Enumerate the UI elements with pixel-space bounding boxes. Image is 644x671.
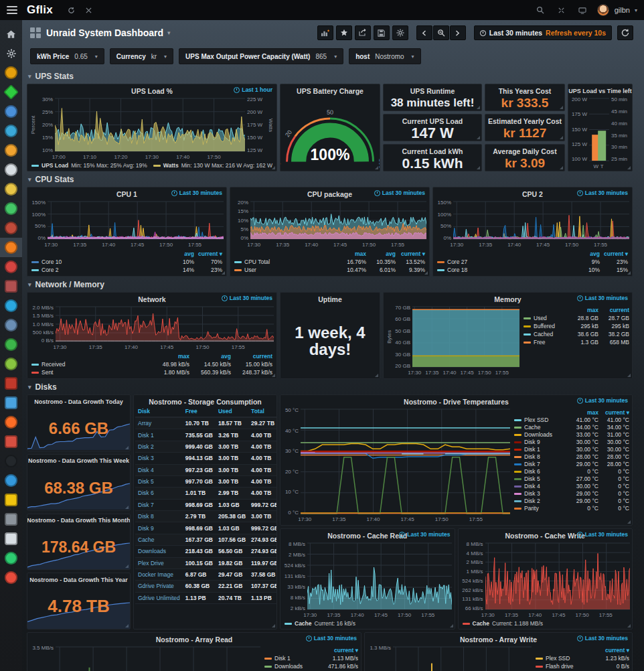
time-range-label[interactable]: Last 30 minutes bbox=[577, 531, 628, 538]
time-back-button[interactable] bbox=[416, 25, 432, 40]
legend-item[interactable]: Downloads bbox=[514, 431, 568, 439]
legend-sort-header[interactable]: current ▾ bbox=[396, 250, 425, 258]
time-range-label[interactable]: Last 30 minutes bbox=[577, 190, 628, 196]
time-range-label[interactable]: Last 1 hour bbox=[234, 86, 272, 93]
section-network-memory[interactable]: ▾Network / Memory bbox=[27, 277, 633, 292]
panel-title[interactable]: UPS Battery Charge bbox=[297, 87, 364, 95]
legend-sort-header[interactable]: max bbox=[337, 250, 366, 258]
app-sab[interactable] bbox=[0, 490, 22, 510]
app-green-circle[interactable] bbox=[0, 548, 22, 568]
time-picker-button[interactable]: Last 30 minutes Refresh every 10s bbox=[474, 25, 612, 40]
variable-kwh-price[interactable]: kWh Price0.65▾ bbox=[30, 48, 104, 64]
variable-value[interactable]: 0.65 bbox=[74, 53, 87, 60]
legend-item[interactable]: Disk 8 bbox=[514, 453, 568, 461]
section-ups-stats[interactable]: ▾UPS Stats bbox=[27, 68, 633, 84]
star-button[interactable] bbox=[336, 25, 352, 40]
legend-item[interactable]: Cached bbox=[524, 330, 568, 338]
share-button[interactable] bbox=[355, 25, 371, 40]
legend-item[interactable]: Core 27 bbox=[437, 258, 572, 266]
panel-title[interactable]: This Years Cost bbox=[499, 87, 552, 95]
zoom-out-button[interactable] bbox=[433, 25, 449, 40]
legend-sort-header[interactable]: avg bbox=[572, 250, 600, 258]
app-blue-infinity[interactable] bbox=[0, 296, 22, 315]
legend-sort-header[interactable]: max bbox=[568, 408, 598, 417]
app-orange-gear[interactable] bbox=[0, 238, 22, 257]
section-cpu-stats[interactable]: ▾CPU Stats bbox=[27, 171, 633, 187]
time-range-label[interactable]: Last 30 minutes bbox=[306, 635, 357, 642]
panel-title[interactable]: Memory bbox=[494, 295, 521, 303]
legend-item[interactable]: Disk 9 bbox=[514, 439, 568, 446]
user-menu[interactable]: gilbn bbox=[615, 6, 630, 14]
legend-item[interactable]: Disk 7 bbox=[514, 461, 568, 468]
user-avatar[interactable] bbox=[597, 4, 609, 16]
variable-currency[interactable]: Currencykr▾ bbox=[110, 48, 173, 64]
sidebar-settings[interactable] bbox=[0, 44, 22, 63]
variable-ups-max-output[interactable]: UPS Max Output Power Capacity (Watt)865▾ bbox=[179, 48, 343, 64]
legend-item[interactable]: Parity bbox=[514, 505, 568, 512]
column-header[interactable]: Disk bbox=[135, 406, 183, 417]
panel-title[interactable]: Current Load kWh bbox=[402, 147, 463, 155]
tv-view-icon[interactable] bbox=[578, 7, 586, 14]
legend-item[interactable]: Free bbox=[524, 338, 568, 346]
legend-item[interactable]: WattsMin: 130 W Max: 216 W Avg: 162 W bbox=[153, 162, 272, 169]
app-orange-search[interactable] bbox=[0, 141, 22, 160]
app-green-ring[interactable] bbox=[0, 199, 22, 218]
app-gitlab[interactable] bbox=[0, 413, 22, 432]
app-lazy[interactable] bbox=[0, 451, 22, 471]
legend-sort-header[interactable]: current ▾ bbox=[600, 250, 628, 258]
time-range-label[interactable]: Last 30 minutes bbox=[577, 295, 628, 301]
app-water-drop[interactable] bbox=[0, 471, 22, 490]
legend-item[interactable]: CacheCurrent: 1.188 MB/s bbox=[463, 620, 544, 627]
legend-item[interactable]: Flash drive bbox=[536, 662, 592, 670]
app-red-box[interactable] bbox=[0, 277, 22, 296]
add-panel-button[interactable] bbox=[317, 25, 333, 40]
app-blue-home-box[interactable] bbox=[0, 393, 22, 413]
legend-sort-header[interactable]: current ▾ bbox=[317, 646, 358, 654]
sidebar-home[interactable] bbox=[0, 24, 22, 44]
app-white-x[interactable] bbox=[0, 160, 22, 179]
panel-title[interactable]: CPU 1 bbox=[116, 190, 137, 198]
time-range-label[interactable]: Last 30 minutes bbox=[577, 635, 628, 642]
refresh-small-icon[interactable] bbox=[68, 7, 75, 14]
variable-host[interactable]: hostNostromo▾ bbox=[349, 48, 420, 64]
panel-title[interactable]: Network bbox=[138, 295, 165, 303]
legend-sort-header[interactable]: avg bbox=[189, 352, 231, 360]
legend-item[interactable]: Used bbox=[524, 314, 568, 322]
variable-value[interactable]: 865 bbox=[315, 53, 327, 60]
legend-item[interactable]: Disk 1 bbox=[264, 654, 317, 662]
panel-title[interactable]: Nostromo - Data Growth Today bbox=[34, 398, 123, 405]
app-plex[interactable] bbox=[0, 63, 22, 82]
legend-item[interactable]: Sent bbox=[31, 368, 148, 376]
panel-title[interactable]: Nostromo - Array Write bbox=[460, 636, 537, 644]
app-red-circle[interactable] bbox=[0, 568, 22, 587]
panel-title[interactable]: Nostromo - Cache Read bbox=[327, 532, 407, 540]
legend-item[interactable]: Cache bbox=[514, 424, 568, 431]
panel-title[interactable]: Nostromo - Data Growth This Week bbox=[28, 457, 129, 464]
panel-title[interactable]: UPS Runtime bbox=[410, 87, 455, 95]
legend-sort-header[interactable]: max bbox=[568, 306, 598, 314]
legend-item[interactable]: Disk 1 bbox=[514, 446, 568, 453]
app-green-u[interactable] bbox=[0, 335, 22, 354]
variable-value[interactable]: kr bbox=[151, 53, 157, 60]
panel-title[interactable]: Uptime bbox=[318, 295, 342, 303]
legend-item[interactable]: Disk 4 bbox=[514, 483, 568, 490]
app-jacket[interactable] bbox=[0, 510, 22, 529]
legend-item[interactable]: Disk 2 bbox=[514, 498, 568, 505]
time-range-label[interactable]: Last 30 minutes bbox=[222, 295, 272, 301]
close-icon[interactable] bbox=[86, 7, 92, 13]
legend-sort-header[interactable]: max bbox=[148, 352, 189, 360]
app-yellow-circle[interactable] bbox=[0, 179, 22, 199]
panel-title[interactable]: Nostromo - Data Growth This Month bbox=[27, 517, 131, 524]
panel-title[interactable]: Nostromo - Cache Write bbox=[505, 532, 585, 540]
app-red-x[interactable] bbox=[0, 218, 22, 238]
app-blue-blob[interactable] bbox=[0, 121, 22, 141]
app-brand[interactable]: Gflix bbox=[27, 3, 53, 17]
app-red-arrow-box[interactable] bbox=[0, 432, 22, 451]
legend-sort-header[interactable]: current ▾ bbox=[598, 408, 629, 417]
time-range-label[interactable]: Last 30 minutes bbox=[399, 531, 450, 538]
variable-value[interactable]: Nostromo bbox=[375, 53, 404, 60]
panel-title[interactable]: UPS Load vs Time left bbox=[568, 88, 631, 94]
time-forward-button[interactable] bbox=[450, 25, 466, 40]
menu-toggle-icon[interactable] bbox=[7, 6, 17, 14]
legend-item[interactable]: Received bbox=[31, 360, 148, 368]
